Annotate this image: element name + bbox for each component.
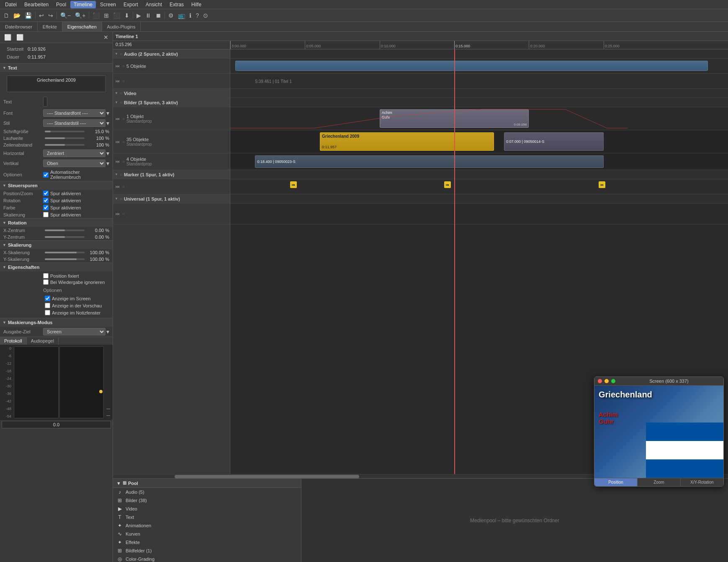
menu-datei[interactable]: Datei — [2, 1, 20, 8]
open-btn[interactable]: 📂 — [12, 11, 22, 20]
screen-btn[interactable]: 📺 — [176, 11, 187, 20]
audiopegel-tab[interactable]: Audiopegel — [27, 337, 59, 345]
eigenschaften-header[interactable]: ▼ Eigenschaften — [0, 263, 113, 271]
protokoll-tab[interactable]: Protokoll — [0, 337, 27, 345]
laufweite-track[interactable] — [45, 137, 85, 139]
skalierung-checkbox[interactable] — [43, 212, 49, 217]
pool-item-effekte[interactable]: ✦ Effekte — [113, 538, 301, 547]
extra-btn[interactable]: ⊙ — [201, 11, 210, 20]
panel-icon1[interactable]: ⬜ — [3, 33, 13, 41]
horizontal-select[interactable]: Zentriert — [43, 150, 105, 157]
menu-pool[interactable]: Pool — [53, 1, 69, 8]
btn2[interactable]: ⊞ — [102, 11, 111, 20]
pool-item-bilder[interactable]: ⊞ Bilder (38) — [113, 496, 301, 505]
info-btn[interactable]: ℹ — [188, 11, 193, 20]
vid3-prev-btn[interactable]: ⏮ — [115, 159, 121, 164]
audio2-prev-btn[interactable]: ⏮ — [115, 78, 121, 84]
btn3[interactable]: ⬛ — [111, 11, 122, 20]
x-ska-track[interactable] — [45, 252, 85, 253]
play-btn[interactable]: ▶ — [135, 11, 143, 20]
window-min-btn[interactable] — [605, 379, 609, 383]
y-zentrum-track[interactable] — [45, 236, 85, 238]
vid2-clip2[interactable]: 0:07.000 | 09050014-S — [504, 132, 604, 151]
universal1-prev-btn[interactable]: ⏮ — [115, 211, 121, 217]
menu-bearbeiten[interactable]: Bearbeiten — [21, 1, 52, 8]
pool-item-bildfelder[interactable]: ⊞ Bildfelder (1) — [113, 547, 301, 555]
skalierung-header[interactable]: ▼ Skalierung — [0, 241, 113, 249]
anzeige-screen-label[interactable]: Anzeige im Screen — [3, 295, 109, 302]
panel-close-btn[interactable]: ✕ — [102, 33, 110, 41]
settings-btn[interactable]: ⚙ — [167, 11, 175, 20]
scrollbar-thumb[interactable] — [175, 475, 359, 478]
rotation-checkbox[interactable] — [43, 198, 49, 203]
window-close-btn[interactable] — [598, 379, 602, 383]
menu-export[interactable]: Export — [120, 1, 141, 8]
x-zentrum-track[interactable] — [45, 229, 85, 231]
save-btn[interactable]: 💾 — [23, 11, 33, 20]
marker-3[interactable]: ⏮ — [599, 181, 605, 188]
maskierung-header[interactable]: ▼ Maskierungs-Modus — [0, 318, 113, 327]
marker-header-arrow[interactable]: ▼ — [115, 173, 118, 176]
btn4[interactable]: ⬇ — [123, 11, 131, 20]
pool-item-colorgrading[interactable]: ◎ Color-Grading — [113, 555, 301, 562]
meter-reset-left[interactable]: — — [105, 406, 111, 412]
marker1-prev-btn[interactable]: ⏮ — [115, 184, 121, 189]
farbe-checkbox[interactable] — [43, 205, 49, 210]
menu-timeline[interactable]: Timeline — [70, 1, 96, 8]
anzeige-screen-checkbox[interactable] — [45, 296, 50, 301]
anzeige-vorschau-checkbox[interactable] — [45, 303, 50, 308]
anzeige-vorschau-label[interactable]: Anzeige in der Vorschau — [3, 302, 109, 309]
menu-screen[interactable]: Screen — [97, 1, 119, 8]
meter-reset-right[interactable]: — — [105, 412, 111, 418]
timeline-ruler[interactable]: 3:00.000 0:05.000 0:10.000 0:15.000 0:20 — [230, 41, 728, 49]
zoom-out-btn[interactable]: 🔍− — [59, 11, 72, 20]
help-circle-btn[interactable]: ? — [194, 11, 201, 20]
audio-clip-main[interactable] — [235, 61, 708, 71]
font-select[interactable]: ---- Standardfont ---- — [43, 109, 105, 117]
vid1-prev-btn[interactable]: ⏮ — [115, 116, 121, 121]
audio-header-arrow[interactable]: ▼ — [115, 52, 118, 56]
schriftgroesse-track[interactable] — [45, 131, 85, 132]
vid2-prev-btn[interactable]: ⏮ — [115, 139, 121, 144]
vertikal-select[interactable]: Oben — [43, 160, 105, 167]
tab-effekte[interactable]: Effekte — [38, 22, 62, 31]
preview-tab-position[interactable]: Position — [594, 478, 638, 486]
menu-ansicht[interactable]: Ansicht — [142, 1, 165, 8]
pause-btn[interactable]: ⏸ — [144, 11, 153, 20]
vid3-clip[interactable]: 0:18.400 | 09050023-S — [255, 155, 603, 168]
text-section-header[interactable]: ▼ Text — [0, 64, 113, 72]
pool-item-audio[interactable]: ♪ Audio (5) — [113, 488, 301, 496]
vid2-clip-main[interactable]: Griechenland 2009 0:11.957 — [320, 132, 494, 151]
stop-btn[interactable]: ⏹ — [154, 11, 163, 20]
stil-select[interactable]: ---- Standardstil ---- — [43, 119, 105, 127]
text-content-box[interactable]: Griechenland 2009 — [7, 75, 106, 92]
menu-extras[interactable]: Extras — [166, 1, 187, 8]
pool-item-text[interactable]: T Text — [113, 513, 301, 521]
menu-hilfe[interactable]: Hilfe — [188, 1, 205, 8]
preview-tab-zoom[interactable]: Zoom — [638, 478, 681, 486]
pool-item-animationen[interactable]: ✦ Animationen — [113, 521, 301, 530]
steuerspuren-header[interactable]: ▼ Steuerspuren — [0, 181, 113, 190]
wiedergabe-label[interactable]: Bei Wiedergabe ignorieren — [43, 279, 109, 285]
marker-2[interactable]: ⏮ — [444, 181, 451, 188]
preview-tab-rotation[interactable]: X/Y-Rotation — [681, 478, 723, 486]
zeilenumbruch-checkbox[interactable] — [43, 172, 49, 178]
anzeige-notiz-label[interactable]: Anzeige im Notizfenster — [3, 309, 109, 316]
ausgabe-ziel-select[interactable]: Screen — [43, 328, 105, 335]
audio1-prev-btn[interactable]: ⏮ — [115, 63, 121, 69]
marker-1[interactable]: ⏮ — [290, 181, 297, 188]
text-field-input[interactable] — [43, 97, 47, 107]
window-max-btn[interactable] — [611, 379, 615, 383]
pool-item-kurven[interactable]: ∿ Kurven — [113, 530, 301, 538]
rotation-header[interactable]: ▼ Rotation — [0, 219, 113, 227]
tab-dateibrowser[interactable]: Dateibrowser — [0, 22, 38, 31]
new-btn[interactable]: 🗋 — [2, 11, 11, 20]
position-zoom-checkbox[interactable] — [43, 191, 49, 196]
video-header-arrow[interactable]: ▼ — [115, 91, 118, 95]
bilder-header-arrow[interactable]: ▼ — [115, 101, 118, 104]
pos-fixiert-checkbox[interactable] — [43, 273, 49, 278]
zoom-in-btn[interactable]: 🔍+ — [73, 11, 87, 20]
tab-eigenschaften[interactable]: Eigenschaften — [62, 22, 102, 31]
undo-btn[interactable]: ↩ — [37, 11, 46, 20]
pool-item-video[interactable]: ▶ Video — [113, 505, 301, 513]
